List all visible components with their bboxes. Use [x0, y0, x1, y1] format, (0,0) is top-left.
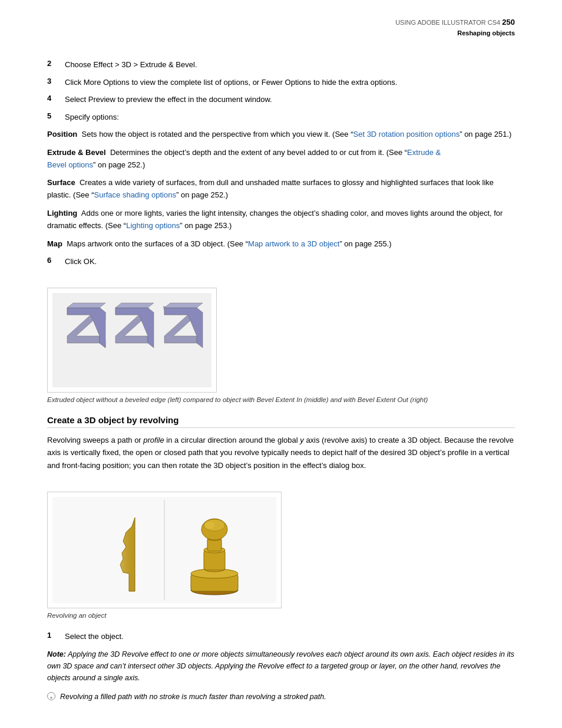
z-image-wrapper: Extruded object without a beveled edge (…: [47, 276, 515, 403]
svg-marker-10: [115, 303, 154, 308]
note-text: Applying the 3D Revolve effect to one or…: [47, 650, 514, 682]
param-extrude-bevel-name: Extrude & Bevel: [47, 148, 106, 157]
z-image: [52, 293, 211, 387]
step-4-text: Select Preview to preview the effect in …: [65, 94, 515, 106]
note-block: Note: Applying the 3D Revolve effect to …: [47, 648, 515, 684]
page-number: 250: [502, 18, 515, 27]
svg-point-27: [205, 522, 214, 529]
link-surface-shading[interactable]: Surface shading options: [94, 190, 176, 199]
param-map: Map Maps artwork onto the surfaces of a …: [47, 238, 515, 251]
step-6-text: Click OK.: [65, 256, 515, 268]
step-4: 4 Select Preview to preview the effect i…: [47, 94, 515, 106]
link-lighting[interactable]: Lighting options: [126, 221, 180, 230]
param-lighting: Lighting Adds one or more lights, varies…: [47, 207, 515, 232]
chess-image-container: [47, 492, 282, 608]
link-extrude-bevel[interactable]: Extrude &Bevel options: [47, 148, 441, 169]
step-6-number: 6: [47, 256, 65, 265]
tip-block: Revolving a filled path with no stroke i…: [47, 691, 515, 703]
page-header: USING ADOBE ILLUSTRATOR CS4 250Reshaping…: [395, 17, 515, 38]
link-map-artwork[interactable]: Map artwork to a 3D object: [248, 239, 339, 248]
section-title: Reshaping objects: [457, 29, 515, 37]
chess-svg: [58, 500, 270, 600]
step-2-text: Choose Effect > 3D > Extrude & Bevel.: [65, 59, 515, 71]
param-surface-name: Surface: [47, 178, 75, 187]
svg-marker-4: [67, 303, 105, 308]
step-5: 5 Specify options:: [47, 111, 515, 123]
param-extrude-bevel: Extrude & Bevel Determines the object’s …: [47, 147, 515, 172]
step-2: 2 Choose Effect > 3D > Extrude & Bevel.: [47, 59, 515, 71]
tip-text: Revolving a filled path with no stroke i…: [60, 691, 326, 703]
content-area: 2 Choose Effect > 3D > Extrude & Bevel. …: [47, 59, 515, 703]
step-3: 3 Click More Options to view the complet…: [47, 77, 515, 88]
param-map-name: Map: [47, 239, 62, 248]
param-position-name: Position: [47, 130, 77, 139]
chess-image-caption: Revolving an object: [47, 612, 515, 619]
step-3-text: Click More Options to view the complete …: [65, 77, 515, 88]
note-label: Note:: [47, 650, 66, 658]
z-image-caption: Extruded object without a beveled edge (…: [47, 396, 515, 403]
param-surface: Surface Creates a wide variety of surfac…: [47, 177, 515, 202]
profile-italic: profile: [143, 436, 164, 444]
chess-image-wrapper: Revolving an object: [47, 480, 515, 619]
revolve-section-heading: Create a 3D object by revolving: [47, 415, 515, 428]
tip-icon: [47, 692, 55, 700]
step-6: 6 Click OK.: [47, 256, 515, 268]
step-3-number: 3: [47, 77, 65, 85]
page: USING ADOBE ILLUSTRATOR CS4 250Reshaping…: [0, 0, 562, 728]
step-4-number: 4: [47, 94, 65, 103]
param-position: Position Sets how the object is rotated …: [47, 129, 515, 141]
step-2-number: 2: [47, 59, 65, 68]
revolve-body-text: Revolving sweeps a path or profile in a …: [47, 434, 515, 472]
step-5-text: Specify options:: [65, 111, 515, 123]
step-1-number: 1: [47, 631, 65, 640]
z-svg: [55, 296, 209, 384]
chess-image: [52, 497, 276, 603]
step-5-number: 5: [47, 111, 65, 120]
y-axis-italic: y: [300, 436, 304, 444]
step-1: 1 Select the object.: [47, 631, 515, 643]
svg-marker-15: [164, 303, 203, 308]
z-image-container: [47, 288, 217, 393]
book-title: USING ADOBE ILLUSTRATOR CS4: [395, 19, 500, 26]
link-rotation-position[interactable]: Set 3D rotation position options: [353, 130, 460, 139]
param-lighting-name: Lighting: [47, 209, 77, 218]
step-1-text: Select the object.: [65, 631, 515, 643]
